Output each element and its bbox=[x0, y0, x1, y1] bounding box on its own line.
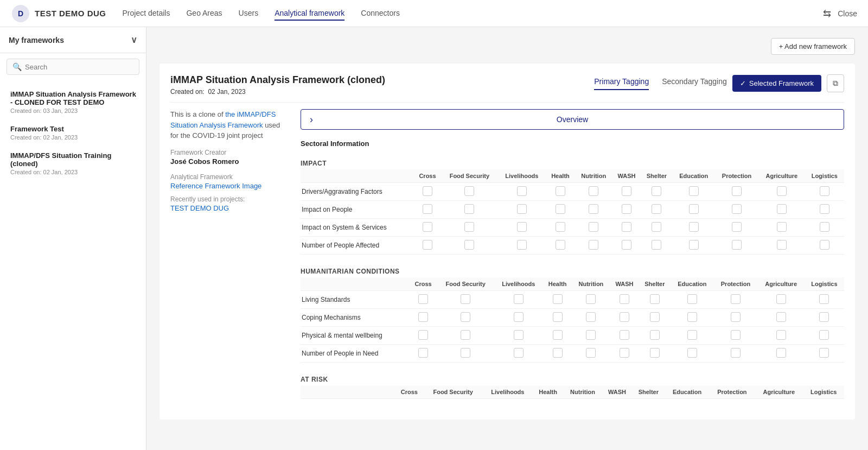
matrix-checkbox[interactable] bbox=[689, 240, 699, 250]
matrix-checkbox[interactable] bbox=[819, 294, 829, 304]
matrix-checkbox[interactable] bbox=[652, 240, 661, 250]
nav-geo-areas[interactable]: Geo Areas bbox=[186, 7, 222, 21]
matrix-checkbox[interactable] bbox=[556, 222, 565, 232]
matrix-checkbox[interactable] bbox=[553, 330, 563, 340]
tab-primary-tagging[interactable]: Primary Tagging bbox=[594, 77, 649, 90]
matrix-checkbox[interactable] bbox=[650, 348, 660, 358]
matrix-checkbox[interactable] bbox=[461, 294, 470, 304]
matrix-checkbox[interactable] bbox=[687, 312, 697, 322]
matrix-checkbox[interactable] bbox=[553, 294, 563, 304]
matrix-checkbox[interactable] bbox=[418, 294, 428, 304]
matrix-checkbox[interactable] bbox=[461, 330, 470, 340]
matrix-checkbox[interactable] bbox=[418, 330, 428, 340]
nav-project-details[interactable]: Project details bbox=[123, 7, 170, 21]
matrix-checkbox[interactable] bbox=[461, 348, 470, 358]
matrix-checkbox[interactable] bbox=[776, 312, 786, 322]
matrix-checkbox[interactable] bbox=[650, 312, 660, 322]
matrix-checkbox[interactable] bbox=[777, 222, 787, 232]
list-item[interactable]: iMMAP Situation Analysis Framework - CLO… bbox=[0, 85, 146, 119]
chevron-down-icon[interactable]: ∨ bbox=[131, 35, 137, 45]
matrix-checkbox[interactable] bbox=[464, 186, 474, 196]
matrix-checkbox[interactable] bbox=[517, 186, 527, 196]
matrix-checkbox[interactable] bbox=[517, 240, 527, 250]
copy-framework-button[interactable]: ⧉ bbox=[827, 74, 844, 92]
matrix-checkbox[interactable] bbox=[464, 222, 474, 232]
selected-framework-button[interactable]: ✓ Selected Framework bbox=[732, 75, 821, 92]
matrix-checkbox[interactable] bbox=[423, 222, 432, 232]
matrix-checkbox[interactable] bbox=[731, 348, 741, 358]
matrix-checkbox[interactable] bbox=[620, 330, 629, 340]
matrix-checkbox[interactable] bbox=[776, 330, 786, 340]
matrix-checkbox[interactable] bbox=[418, 348, 428, 358]
matrix-checkbox[interactable] bbox=[514, 312, 524, 322]
matrix-checkbox[interactable] bbox=[556, 204, 565, 214]
immap-link[interactable]: the iMMAP/DFS Situation Analysis Framewo… bbox=[170, 110, 276, 129]
matrix-checkbox[interactable] bbox=[820, 240, 829, 250]
matrix-checkbox[interactable] bbox=[620, 348, 629, 358]
matrix-checkbox[interactable] bbox=[553, 348, 563, 358]
matrix-checkbox[interactable] bbox=[732, 222, 742, 232]
matrix-checkbox[interactable] bbox=[589, 240, 598, 250]
matrix-checkbox[interactable] bbox=[418, 312, 428, 322]
project-link[interactable]: TEST DEMO DUG bbox=[170, 204, 229, 212]
matrix-checkbox[interactable] bbox=[687, 294, 697, 304]
matrix-checkbox[interactable] bbox=[461, 312, 470, 322]
matrix-checkbox[interactable] bbox=[689, 222, 699, 232]
matrix-checkbox[interactable] bbox=[820, 222, 829, 232]
matrix-checkbox[interactable] bbox=[464, 240, 474, 250]
tab-secondary-tagging[interactable]: Secondary Tagging bbox=[662, 77, 727, 90]
matrix-checkbox[interactable] bbox=[732, 204, 742, 214]
matrix-checkbox[interactable] bbox=[820, 186, 829, 196]
matrix-checkbox[interactable] bbox=[650, 294, 660, 304]
matrix-checkbox[interactable] bbox=[586, 348, 596, 358]
nav-connectors[interactable]: Connectors bbox=[361, 7, 400, 21]
matrix-checkbox[interactable] bbox=[589, 222, 598, 232]
matrix-checkbox[interactable] bbox=[586, 294, 596, 304]
matrix-checkbox[interactable] bbox=[776, 348, 786, 358]
matrix-checkbox[interactable] bbox=[517, 222, 527, 232]
matrix-checkbox[interactable] bbox=[586, 330, 596, 340]
matrix-checkbox[interactable] bbox=[732, 240, 742, 250]
search-input[interactable] bbox=[25, 63, 133, 71]
matrix-checkbox[interactable] bbox=[553, 312, 563, 322]
add-framework-button[interactable]: + Add new framework bbox=[771, 38, 855, 55]
matrix-checkbox[interactable] bbox=[423, 240, 432, 250]
matrix-checkbox[interactable] bbox=[620, 294, 629, 304]
matrix-checkbox[interactable] bbox=[517, 204, 527, 214]
matrix-checkbox[interactable] bbox=[687, 330, 697, 340]
matrix-checkbox[interactable] bbox=[586, 312, 596, 322]
matrix-checkbox[interactable] bbox=[423, 204, 432, 214]
matrix-checkbox[interactable] bbox=[652, 204, 661, 214]
matrix-checkbox[interactable] bbox=[731, 330, 741, 340]
matrix-checkbox[interactable] bbox=[464, 204, 474, 214]
matrix-checkbox[interactable] bbox=[622, 240, 631, 250]
matrix-checkbox[interactable] bbox=[776, 294, 786, 304]
overview-tab[interactable]: Overview bbox=[301, 109, 844, 130]
matrix-checkbox[interactable] bbox=[819, 348, 829, 358]
matrix-checkbox[interactable] bbox=[777, 186, 787, 196]
matrix-checkbox[interactable] bbox=[556, 186, 565, 196]
matrix-checkbox[interactable] bbox=[423, 186, 432, 196]
matrix-checkbox[interactable] bbox=[820, 204, 829, 214]
matrix-checkbox[interactable] bbox=[652, 186, 661, 196]
matrix-checkbox[interactable] bbox=[731, 294, 741, 304]
matrix-checkbox[interactable] bbox=[622, 222, 631, 232]
matrix-checkbox[interactable] bbox=[777, 204, 787, 214]
matrix-checkbox[interactable] bbox=[514, 348, 524, 358]
matrix-checkbox[interactable] bbox=[731, 312, 741, 322]
matrix-checkbox[interactable] bbox=[650, 330, 660, 340]
nav-users[interactable]: Users bbox=[239, 7, 259, 21]
reference-image-link[interactable]: Reference Framework Image bbox=[170, 182, 261, 190]
matrix-checkbox[interactable] bbox=[622, 204, 631, 214]
matrix-checkbox[interactable] bbox=[732, 186, 742, 196]
close-button[interactable]: Close bbox=[838, 9, 857, 18]
matrix-checkbox[interactable] bbox=[514, 294, 524, 304]
share-icon[interactable]: ⇆ bbox=[823, 8, 831, 20]
matrix-checkbox[interactable] bbox=[689, 204, 699, 214]
list-item[interactable]: Framework Test Created on: 02 Jan, 2023 bbox=[0, 119, 146, 146]
matrix-checkbox[interactable] bbox=[819, 330, 829, 340]
matrix-checkbox[interactable] bbox=[777, 240, 787, 250]
nav-analytical-framework[interactable]: Analytical framework bbox=[275, 7, 344, 21]
matrix-checkbox[interactable] bbox=[687, 348, 697, 358]
matrix-checkbox[interactable] bbox=[620, 312, 629, 322]
